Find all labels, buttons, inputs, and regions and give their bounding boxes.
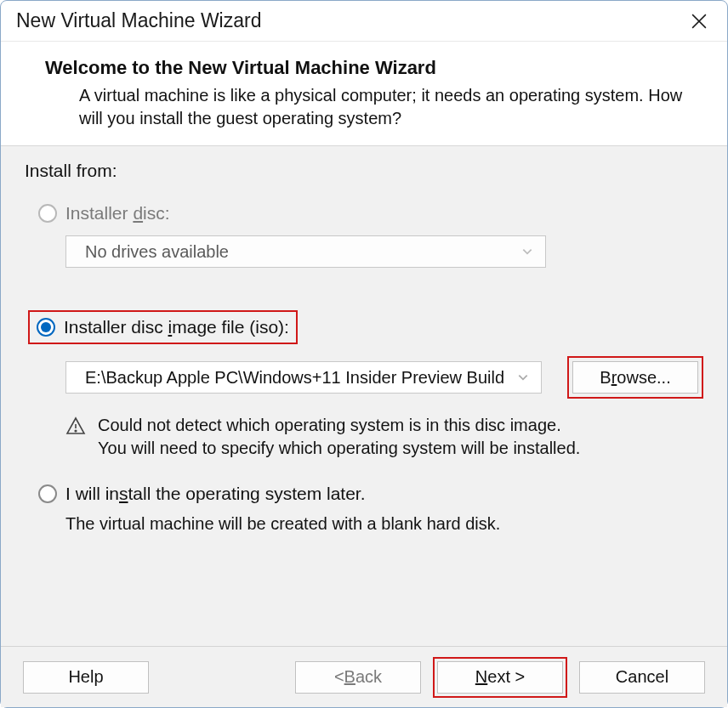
next-button[interactable]: Next >: [437, 661, 563, 694]
header-title: Welcome to the New Virtual Machine Wizar…: [45, 57, 702, 79]
radio-row-disc[interactable]: Installer disc:: [38, 203, 703, 224]
radio-label-later-post: tall the operating system later.: [128, 484, 366, 503]
back-pre: <: [334, 667, 344, 687]
option-installer-disc: Installer disc: No drives available: [25, 203, 703, 268]
radio-row-iso[interactable]: Installer disc image file (iso):: [37, 317, 289, 337]
window-title: New Virtual Machine Wizard: [16, 9, 261, 32]
radio-label-disc: Installer disc:: [65, 203, 170, 224]
radio-label-disc-post: isc:: [143, 203, 170, 223]
back-post: ack: [355, 667, 382, 687]
wizard-footer: Help < Back Next > Cancel: [1, 646, 727, 707]
iso-path-value: E:\Backup Apple PC\Windows+11 Insider Pr…: [85, 368, 504, 388]
help-button[interactable]: Help: [23, 661, 149, 694]
wizard-content: Install from: Installer disc: No drives …: [1, 146, 727, 646]
svg-point-1: [75, 430, 77, 432]
iso-warning-line1: Could not detect which operating system …: [98, 414, 580, 437]
iso-warning-line2: You will need to specify which operating…: [98, 437, 580, 460]
back-button[interactable]: < Back: [295, 661, 421, 694]
radio-label-disc-ul: d: [133, 203, 143, 223]
warning-icon: [65, 416, 86, 436]
option-installer-iso: Installer disc image file (iso): E:\Back…: [25, 310, 703, 460]
radio-label-iso-post: mage file (iso):: [172, 317, 289, 337]
radio-iso[interactable]: [37, 318, 55, 337]
highlight-iso-radio: Installer disc image file (iso):: [28, 310, 298, 344]
iso-path-select[interactable]: E:\Backup Apple PC\Windows+11 Insider Pr…: [65, 361, 542, 394]
browse-post: owse...: [617, 368, 670, 388]
cancel-button[interactable]: Cancel: [579, 661, 705, 694]
iso-warning: Could not detect which operating system …: [65, 414, 703, 460]
radio-disc[interactable]: [38, 204, 57, 223]
disc-drive-value: No drives available: [85, 242, 229, 262]
radio-label-iso: Installer disc image file (iso):: [64, 317, 289, 337]
close-button[interactable]: [686, 8, 712, 34]
wizard-window: New Virtual Machine Wizard Welcome to th…: [0, 0, 728, 708]
radio-label-later: I will install the operating system late…: [65, 484, 366, 504]
radio-later[interactable]: [38, 484, 57, 503]
radio-label-iso-pre: Installer disc: [64, 317, 168, 337]
radio-label-later-ul: s: [119, 484, 128, 503]
titlebar: New Virtual Machine Wizard: [1, 1, 727, 42]
option-install-later: I will install the operating system late…: [25, 484, 703, 534]
browse-pre: B: [600, 368, 611, 388]
highlight-browse: Browse...: [567, 356, 703, 399]
iso-select-row: E:\Backup Apple PC\Windows+11 Insider Pr…: [65, 356, 703, 399]
browse-button[interactable]: Browse...: [572, 361, 698, 394]
disc-select-row: No drives available: [65, 235, 703, 268]
chevron-down-icon: [521, 246, 533, 258]
radio-row-later[interactable]: I will install the operating system late…: [38, 484, 703, 504]
disc-drive-select[interactable]: No drives available: [65, 235, 546, 268]
next-ul: N: [475, 667, 487, 687]
radio-label-later-pre: I will in: [65, 484, 119, 503]
install-from-label: Install from:: [25, 161, 703, 181]
next-post: ext >: [487, 667, 525, 687]
wizard-header: Welcome to the New Virtual Machine Wizar…: [1, 42, 727, 146]
browse-ul: r: [611, 368, 617, 388]
highlight-next: Next >: [433, 657, 567, 698]
header-description: A virtual machine is like a physical com…: [45, 84, 702, 130]
later-info: The virtual machine will be created with…: [65, 514, 703, 534]
iso-warning-text: Could not detect which operating system …: [98, 414, 580, 460]
back-ul: B: [344, 667, 355, 687]
radio-label-disc-pre: Installer: [65, 203, 133, 223]
close-icon: [691, 14, 707, 29]
chevron-down-icon: [517, 371, 529, 383]
